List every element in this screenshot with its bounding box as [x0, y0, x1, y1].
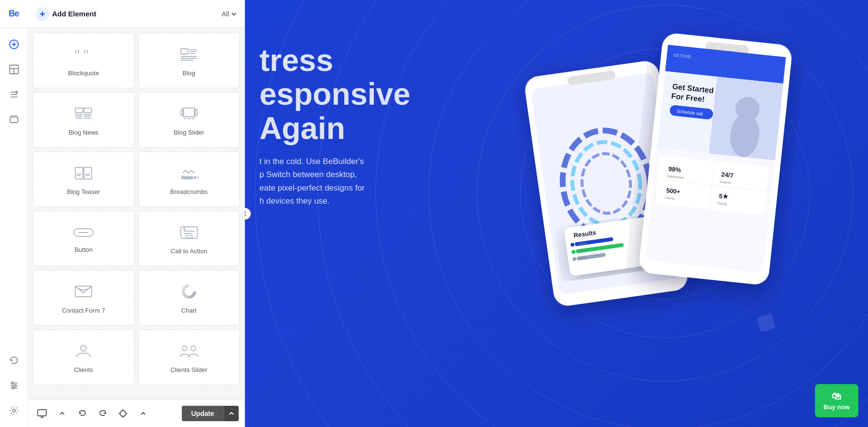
element-clients-label: Clients — [74, 366, 93, 373]
chevron-up-small-icon — [59, 411, 65, 416]
target-expand-button[interactable] — [135, 405, 151, 422]
desktop-view-button[interactable] — [34, 405, 50, 422]
svg-rect-56 — [186, 235, 192, 238]
gear-icon — [9, 405, 19, 416]
redo-button[interactable] — [95, 405, 111, 422]
sidebar-sort[interactable] — [0, 82, 28, 107]
element-blog-teaser[interactable]: Blog Teaser — [33, 152, 135, 207]
svg-rect-38 — [181, 110, 184, 115]
element-contact-form-label: Contact Form 7 — [62, 307, 105, 314]
svg-rect-10 — [11, 116, 17, 117]
chevron-down-icon — [231, 11, 237, 17]
element-blockquote[interactable]: " " Blockquote — [33, 33, 135, 88]
element-blog-news[interactable]: Blog News — [33, 92, 135, 148]
sidebar-layout[interactable] — [0, 57, 28, 82]
panel-toolbar: Update — [28, 399, 244, 427]
svg-point-61 — [81, 345, 86, 351]
element-blog[interactable]: Blog — [138, 33, 240, 88]
redo-icon — [98, 409, 108, 418]
sort-icon — [9, 89, 19, 100]
svg-rect-43 — [75, 167, 83, 179]
add-element-button[interactable]: Add Element — [36, 7, 96, 21]
blog-news-icon — [74, 106, 93, 124]
element-chart-label: Chart — [181, 307, 197, 314]
element-blockquote-label: Blockquote — [68, 69, 99, 77]
breadcrumbs-icon: Home > Page — [180, 165, 198, 183]
svg-point-16 — [12, 387, 14, 389]
layers-icon — [9, 114, 19, 125]
hero-title-line3: Again — [259, 111, 410, 145]
update-button-group: Update — [182, 406, 239, 421]
svg-point-62 — [182, 346, 187, 351]
buy-now-icon: 🛍 — [832, 391, 841, 402]
svg-rect-39 — [194, 110, 197, 115]
clients-icon — [74, 344, 93, 361]
contact-form-icon — [74, 284, 93, 302]
svg-point-14 — [12, 382, 14, 384]
chevron-up-icon — [229, 411, 234, 416]
hero-content: tress esponsive Again t in the cold. Use… — [259, 43, 410, 207]
sidebar-history[interactable] — [0, 348, 28, 373]
hero-title: tress esponsive Again — [259, 43, 410, 145]
add-circle-icon — [9, 39, 19, 50]
buy-now-button[interactable]: 🛍 Buy now — [815, 384, 858, 417]
hero-title-line2: esponsive — [259, 77, 410, 111]
element-breadcrumbs[interactable]: Home > Page Breadcrumbs — [138, 152, 240, 207]
svg-rect-30 — [84, 108, 92, 113]
element-cta-label: Call to Action — [171, 248, 207, 255]
chevron-up-small-2-icon — [140, 411, 146, 416]
blog-teaser-icon — [74, 165, 93, 183]
element-blog-label: Blog — [183, 69, 195, 77]
svg-rect-44 — [84, 167, 92, 179]
hero-description: t in the cold. Use BeBuilder'sp Switch b… — [259, 155, 410, 207]
desktop-icon — [37, 409, 47, 418]
crosshair-icon — [118, 409, 128, 418]
element-clients-slider-label: Clients Slider — [170, 366, 207, 373]
svg-point-67 — [120, 411, 126, 416]
cta-icon: ! — [180, 225, 198, 243]
svg-text:": " — [83, 47, 89, 62]
element-call-to-action[interactable]: ! Call to Action — [138, 211, 240, 266]
svg-rect-22 — [181, 49, 188, 54]
element-breadcrumbs-label: Breadcrumbs — [170, 188, 207, 195]
filter-label: All — [221, 10, 229, 18]
element-button-label: Button — [74, 246, 93, 253]
panel-header: Add Element All — [28, 0, 244, 28]
svg-rect-37 — [183, 108, 195, 117]
element-clients[interactable]: Clients — [33, 330, 135, 385]
sidebar-filters[interactable] — [0, 373, 28, 398]
button-icon — [73, 226, 94, 241]
logo-text: Be — [9, 9, 19, 19]
svg-text:": " — [74, 47, 80, 62]
element-chart[interactable]: Chart — [138, 270, 240, 326]
app-logo: Be — [0, 0, 28, 28]
sidebar-layers[interactable] — [0, 107, 28, 132]
sidebar-settings[interactable] — [0, 398, 28, 423]
panel-title: Add Element — [52, 10, 96, 18]
svg-text:!: ! — [184, 227, 185, 231]
focus-button[interactable] — [115, 405, 131, 422]
sidebar-add-section[interactable] — [0, 32, 28, 57]
update-button[interactable]: Update — [182, 406, 224, 421]
device-expand-button[interactable] — [54, 405, 70, 422]
hero-title-line1: tress — [259, 43, 410, 77]
svg-rect-29 — [75, 108, 83, 113]
svg-text:5★: 5★ — [719, 193, 729, 201]
canvas-area: .canvas-bg { background: linear-gradient… — [245, 0, 868, 427]
element-contact-form[interactable]: Contact Form 7 — [33, 270, 135, 326]
element-blog-teaser-label: Blog Teaser — [67, 188, 100, 195]
clients-slider-icon — [180, 344, 198, 361]
undo-button[interactable] — [74, 405, 91, 422]
element-clients-slider[interactable]: Clients Slider — [138, 330, 240, 385]
svg-point-17 — [13, 409, 15, 412]
element-blog-slider[interactable]: Blog Slider — [138, 92, 240, 148]
element-button[interactable]: Button — [33, 211, 135, 266]
svg-text:98%: 98% — [668, 165, 682, 174]
filter-dropdown[interactable]: All — [221, 10, 237, 18]
sidebar: Be — [0, 0, 28, 427]
layout-icon — [9, 64, 19, 75]
blockquote-icon: " " — [74, 47, 93, 65]
history-icon — [9, 355, 19, 366]
update-dropdown-button[interactable] — [224, 406, 239, 421]
svg-text:24/7: 24/7 — [721, 171, 734, 179]
